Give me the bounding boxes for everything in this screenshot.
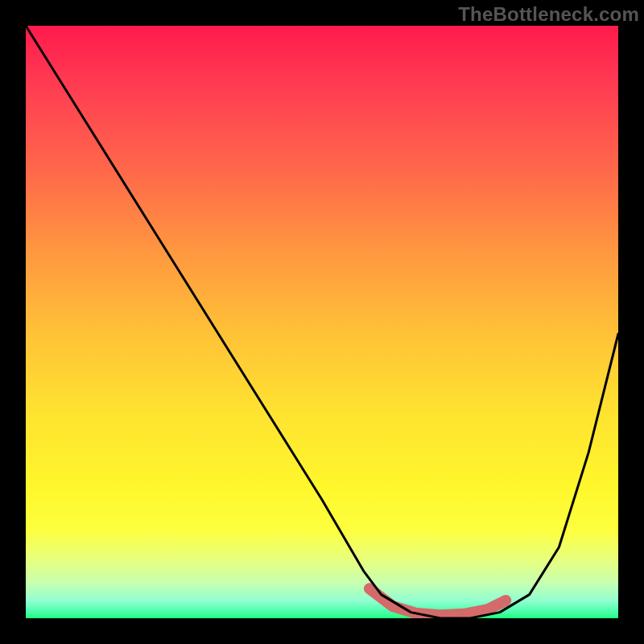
valley-highlight-path [369,588,506,615]
plot-area [26,26,618,618]
watermark-text: TheBottleneck.com [458,3,639,26]
main-curve-path [26,26,618,618]
chart-svg [26,26,618,618]
chart-frame: TheBottleneck.com [0,0,644,644]
